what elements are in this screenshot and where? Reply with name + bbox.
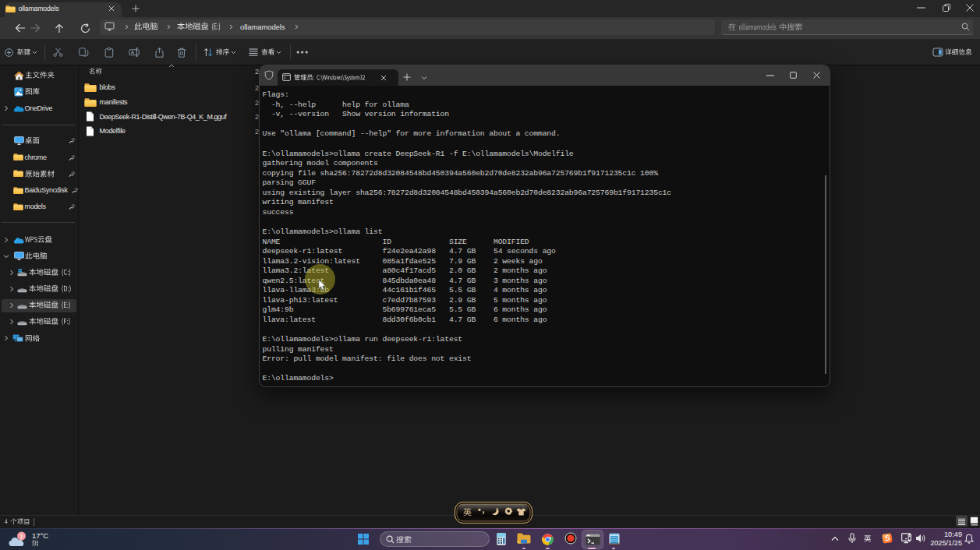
- svg-text:1: 1: [19, 533, 23, 540]
